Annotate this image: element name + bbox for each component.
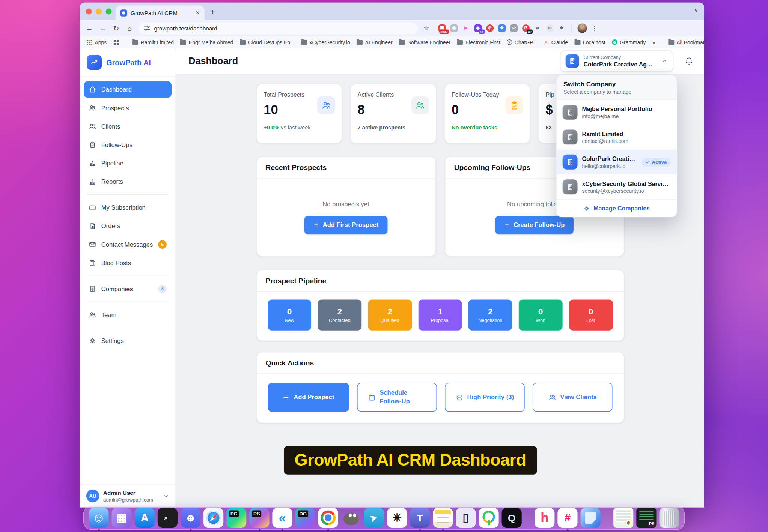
bookmark-item[interactable]: Claude [543,39,568,45]
quick-action-button[interactable]: High Priority (3) [445,383,525,412]
profile-avatar[interactable] [577,23,587,33]
pink-play-extension[interactable]: ▶ [462,24,470,33]
pipeline-stage-tile[interactable]: 1 Proposal [418,299,462,330]
app-logo[interactable]: GrowPath AI [80,48,176,77]
co-extension[interactable]: co [545,24,554,33]
company-option[interactable]: Mejba Personal Portfolio info@mejba.me [557,100,677,125]
telegram[interactable]: ➤ [364,508,384,528]
discord[interactable]: ☻ [181,508,200,528]
sidebar-item[interactable]: Team [84,307,172,323]
company-option[interactable]: ColorPark Creative Ag... hello@colorpark… [557,150,677,174]
pipeline-stage-tile[interactable]: 0 New [268,299,312,330]
quick-action-button[interactable]: Schedule Follow-Up [357,383,437,412]
pipeline-stage-tile[interactable]: 0 Lost [569,299,613,330]
add-first-prospect-button[interactable]: Add First Prospect [304,216,388,234]
app-store[interactable]: A [135,508,155,528]
purple-hat-extension[interactable]: ◆ 10 [474,24,482,33]
photoshop[interactable]: PS [249,508,269,528]
window-terminal-ps[interactable]: PS [636,508,656,528]
sidebar-item[interactable]: Pipeline [84,155,172,171]
pipeline-stage-tile[interactable]: 2 Negotiation [468,299,512,330]
sidebar-item[interactable]: Companies 4 [84,281,172,297]
bookmark-item[interactable]: Cloud DevOps En... [240,39,295,45]
puzzle-extension[interactable]: ❖ [557,24,566,33]
address-bar[interactable]: growpath.test/dashboard [139,22,418,34]
notifications-bell-icon[interactable] [684,56,694,66]
back-icon[interactable]: ← [85,24,94,32]
pycharm[interactable]: PC [226,508,246,528]
bookmark-item[interactable]: » [652,39,655,45]
datagrip[interactable]: DG [295,508,315,528]
pipeline-stage-tile[interactable]: 2 Contacted [318,299,362,330]
quick-action-button[interactable]: View Clients [533,383,613,412]
create-followup-button[interactable]: Create Follow-Up [495,216,574,234]
bookmark-item[interactable]: All Bookmarks [668,39,704,45]
window-chrome-sheet[interactable] [613,508,633,528]
quick-action-button[interactable]: Add Prospect [268,383,349,412]
company-option[interactable]: Ramlit Limited contact@ramlit.com [557,125,677,149]
adblock-extension[interactable]: ⊘ [486,24,494,33]
slack[interactable]: # [557,508,577,528]
bookmark-item[interactable]: AI Engineer [357,39,392,45]
new-tab-button[interactable]: + [211,8,215,16]
bookmark-item[interactable] [113,40,119,45]
blue-tag-extension[interactable]: ❖ [497,24,506,33]
minimize-window-button[interactable] [96,8,102,14]
manage-companies-button[interactable]: Manage Companies [557,199,677,217]
sidebar-item[interactable]: Prospects [84,100,172,116]
launchpad[interactable]: ▦ [112,508,132,528]
vscode[interactable]: « [272,508,292,528]
trash[interactable] [659,508,679,528]
reload-icon[interactable]: ↻ [112,24,121,32]
passwords[interactable] [479,508,498,528]
hostinger[interactable]: h [535,508,554,528]
sidebar-item[interactable]: My Subscription [84,199,172,216]
bookmark-item[interactable]: Electronic First [457,39,500,45]
browser-menu-icon[interactable]: ⋮ [591,24,598,32]
finder[interactable]: ☺ [89,508,108,528]
sidebar-item[interactable]: Clients [84,118,172,135]
home-icon[interactable]: ⌂ [125,24,134,32]
site-settings-icon[interactable] [144,26,150,31]
company-switcher[interactable]: Current Company ColorPark Creative Agen.… [560,50,673,72]
forward-icon[interactable]: → [98,24,107,32]
sidebar-item[interactable]: Blog Posts [84,255,172,271]
pipeline-stage-tile[interactable]: 2 Qualified [368,299,412,330]
sidebar-item[interactable]: Settings [84,332,172,349]
bookmark-item[interactable]: Localhost [574,39,605,45]
sidebar-item[interactable]: Contact Messages 6 [84,236,172,253]
close-window-button[interactable] [86,8,92,14]
bookmark-item[interactable]: Ramlit Limited [132,39,174,45]
tab-search-button[interactable]: ∨ [694,7,698,14]
bookmark-item[interactable]: Apps [86,39,107,45]
tab-close-icon[interactable]: ✕ [196,10,200,16]
zoom-window-button[interactable] [106,8,112,14]
bookmark-item[interactable]: ChatGPT [507,39,536,45]
red-mail-extension[interactable]: ▣ 8037 [438,24,446,33]
gimp[interactable] [341,508,361,528]
bookmark-star-icon[interactable]: ☆ [423,24,429,32]
bookmark-item[interactable]: Engr Mejba Ahmed [180,39,233,45]
mute-extension[interactable]: ⌀ [533,24,542,33]
notes[interactable] [433,508,453,528]
sidebar-item[interactable]: Orders [84,218,172,234]
quicktime[interactable]: Q [502,508,522,528]
chrome[interactable] [318,508,338,528]
pipeline-stage-tile[interactable]: 0 Won [519,299,563,330]
teams[interactable]: T [410,508,430,528]
sidebar-item[interactable]: Reports [84,173,172,190]
iphone-mirroring[interactable]: ▯ [456,508,476,528]
user-menu[interactable]: AU Admin User admin@growpath.com [80,484,176,507]
bookmark-item[interactable]: Software Engineer [399,39,450,45]
g-red-extension[interactable]: G 32 [521,24,530,33]
chatgpt[interactable]: ✳ [387,508,407,528]
code-extension[interactable]: </> [509,24,518,33]
browser-tab[interactable]: GrowPath AI CRM ✕ [116,6,204,20]
sidebar-item[interactable]: Dashboard [84,81,172,98]
camera-extension[interactable]: ◉ [450,24,458,33]
bookmark-item[interactable]: Grammarly [612,39,646,45]
sidebar-item[interactable]: Follow-Ups [84,137,172,153]
company-option[interactable]: xCyberSecurity Global Services security@… [557,174,677,199]
terminal[interactable]: >_ [158,508,178,528]
safari[interactable] [203,508,223,528]
